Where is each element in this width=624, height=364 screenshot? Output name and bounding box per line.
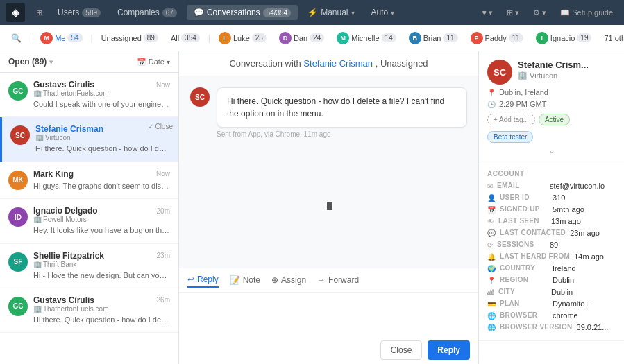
nav-grid2-icon[interactable]: ⊞ ▾ xyxy=(501,6,525,20)
conv-item-name: Gustavs Cirulis xyxy=(33,80,94,89)
reply-tab-assign[interactable]: ⊕ Assign xyxy=(271,273,306,287)
conv-item-info: Gustavs Cirulis 26m 🏢 ThathertonFuels.co… xyxy=(33,295,170,325)
reply-tab-forward[interactable]: → Forward xyxy=(317,273,359,287)
main-area: Open (89) ▾ 📅 Date ▾ GC Gustavs Cirulis … xyxy=(0,51,624,364)
filter-dan[interactable]: D Dan 24 xyxy=(273,29,330,47)
conv-item-info: Gustavs Cirulis Now 🏢 ThathertonFuels.co… xyxy=(33,80,170,110)
reply-footer: Close Reply xyxy=(179,336,478,364)
forward-icon: → xyxy=(317,275,326,285)
conv-item-header: SF Shellie Fitzpatrick 23m 🏢 Thrift Bank… xyxy=(8,251,170,281)
rp-field-lastcontacted: 💬 LAST CONTACTED 23m ago xyxy=(487,229,616,237)
filter-unassigned[interactable]: Unassigned 89 xyxy=(96,31,164,45)
rp-expand-icon[interactable]: ⌄ xyxy=(487,146,616,155)
filter-luke-label: Luke xyxy=(233,34,250,42)
rp-value-userid: 310 xyxy=(553,193,616,202)
conv-item[interactable]: ID Ignacio Delgado 20m 🏢 Powell Motors H… xyxy=(0,199,178,243)
conv-header-name[interactable]: Stefanie Crisman xyxy=(303,58,373,69)
conv-item-preview: Hi there. Quick question - how do I dele… xyxy=(35,144,170,154)
nav-tab-auto[interactable]: Auto ▾ xyxy=(364,5,402,20)
filter-paddy[interactable]: P Paddy 11 xyxy=(465,29,529,47)
rp-company-name: Virtucon xyxy=(530,71,557,80)
conv-item[interactable]: SC Stefanie Crisman ✓ Close 🏢 Virtucon xyxy=(0,117,178,162)
nav-settings-icon[interactable]: ⚙ ▾ xyxy=(528,6,552,20)
nav-grid-icon[interactable]: ⊞ xyxy=(31,6,48,20)
reply-tab-note[interactable]: 📝 Note xyxy=(230,273,260,287)
conv-item[interactable]: GC Gustavs Cirulis 26m 🏢 ThathertonFuels… xyxy=(0,288,178,333)
nav-tab-conversations-count: 54/354 xyxy=(263,8,292,17)
rp-label-country: COUNTRY xyxy=(500,264,548,272)
conv-item[interactable]: GC Gustavs Cirulis Now 🏢 ThathertonFuels… xyxy=(0,73,178,117)
lastheard-icon: 🔔 xyxy=(487,253,496,261)
nav-tab-manual[interactable]: ⚡ Manual ▾ xyxy=(301,5,361,20)
filter-ignacio-label: Ignacio xyxy=(550,34,575,42)
rp-account-section: ACCOUNT ✉ EMAIL stef@virtucon.io 👤 USER … xyxy=(479,164,624,341)
conv-item-company: 🏢 Powell Motors xyxy=(33,216,170,223)
filter-ignacio[interactable]: I Ignacio 19 xyxy=(530,29,598,47)
building-icon: 🏢 xyxy=(33,305,42,313)
filter-paddy-avatar: P xyxy=(471,32,483,44)
cursor-area xyxy=(190,202,467,210)
active-tag[interactable]: Active xyxy=(539,114,570,125)
filter-brian-count: 11 xyxy=(443,33,457,42)
filter-me-count: 54 xyxy=(67,33,82,42)
filter-all[interactable]: All 354 xyxy=(165,31,205,45)
add-tag-button[interactable]: + Add tag... xyxy=(487,114,535,125)
right-panel: SC Stefanie Crism... 🏢 Virtucon 📍 Dublin… xyxy=(478,51,624,364)
nav-tab-users[interactable]: Users 589 xyxy=(51,5,108,20)
country-icon: 🌍 xyxy=(487,265,496,272)
conv-item-close-btn[interactable]: ✓ Close xyxy=(148,123,173,130)
conv-item-company: 🏢 ThathertonFuels.com xyxy=(33,305,170,313)
lastseen-icon: 👁 xyxy=(487,218,494,225)
plan-icon: 💳 xyxy=(487,300,496,308)
avatar: GC xyxy=(8,81,28,101)
rp-label-lastcontacted: LAST CONTACTED xyxy=(500,229,566,236)
close-button[interactable]: Close xyxy=(380,340,423,360)
filter-michelle[interactable]: M Michelle 14 xyxy=(331,29,401,47)
conv-item[interactable]: MK Mark King Now Hi guys. The graphs don… xyxy=(0,162,178,199)
reply-tab-reply-label: Reply xyxy=(197,275,219,284)
nav-heart-icon[interactable]: ♥ ▾ xyxy=(477,6,499,20)
email-icon: ✉ xyxy=(487,182,493,190)
message-meta: Sent from App, via Chrome. 11m ago xyxy=(217,130,467,138)
conversation-list: Open (89) ▾ 📅 Date ▾ GC Gustavs Cirulis … xyxy=(0,51,179,364)
building-icon: 🏢 xyxy=(518,71,528,80)
conversations-icon: 💬 xyxy=(194,8,204,17)
nav-tab-users-count: 589 xyxy=(82,8,101,17)
building-icon: 🏢 xyxy=(33,89,42,97)
conv-list-sort[interactable]: 📅 Date ▾ xyxy=(137,58,170,67)
rp-label-email: EMAIL xyxy=(497,182,546,189)
city-icon: 🏙 xyxy=(487,288,494,296)
search-icon[interactable]: 🔍 xyxy=(6,31,27,46)
filter-others[interactable]: 71 others... ▾ xyxy=(598,31,624,45)
reply-icon: ↩ xyxy=(187,275,194,284)
message-bubble: Hi there. Quick question - how do I dele… xyxy=(217,87,467,128)
nav-tab-conversations-label: Conversations xyxy=(207,8,260,17)
conversation-center: Conversation with Stefanie Crisman , Una… xyxy=(179,51,478,364)
nav-tab-conversations[interactable]: 💬 Conversations 54/354 xyxy=(187,5,298,20)
conv-item-name: Mark King xyxy=(33,169,74,179)
avatar: MK xyxy=(8,171,28,190)
reply-tab-note-label: Note xyxy=(243,275,260,285)
nav-tab-users-label: Users xyxy=(58,8,79,17)
reply-input[interactable] xyxy=(179,293,478,334)
building-icon: 🏢 xyxy=(35,134,44,141)
nav-setup-guide[interactable]: 📖 Setup guide xyxy=(555,6,618,20)
beta-tag[interactable]: Beta tester xyxy=(487,131,533,143)
filter-luke[interactable]: L Luke 25 xyxy=(213,29,272,47)
reply-tab-reply[interactable]: ↩ Reply xyxy=(187,272,219,288)
logo-icon: ◈ xyxy=(12,7,19,18)
auto-chevron-icon: ▾ xyxy=(391,9,394,17)
filter-brian[interactable]: B Brian 11 xyxy=(403,29,464,47)
conv-item[interactable]: SF Shellie Fitzpatrick 23m 🏢 Thrift Bank… xyxy=(0,244,178,288)
conv-header-status: Unassigned xyxy=(380,58,428,69)
reply-button[interactable]: Reply xyxy=(428,340,470,360)
rp-location: Dublin, Ireland xyxy=(499,88,548,96)
filter-me[interactable]: M Me 54 xyxy=(35,29,87,47)
rp-label-region: REGION xyxy=(500,276,548,284)
logo[interactable]: ◈ xyxy=(6,3,25,22)
rp-label-browser-version: BROWSER VERSION xyxy=(500,323,573,331)
nav-tab-companies[interactable]: Companies 67 xyxy=(110,5,184,20)
nav-tab-companies-count: 67 xyxy=(162,8,177,17)
manual-chevron-icon: ▾ xyxy=(351,9,355,17)
rp-field-lastseen: 👁 LAST SEEN 13m ago xyxy=(487,217,616,225)
